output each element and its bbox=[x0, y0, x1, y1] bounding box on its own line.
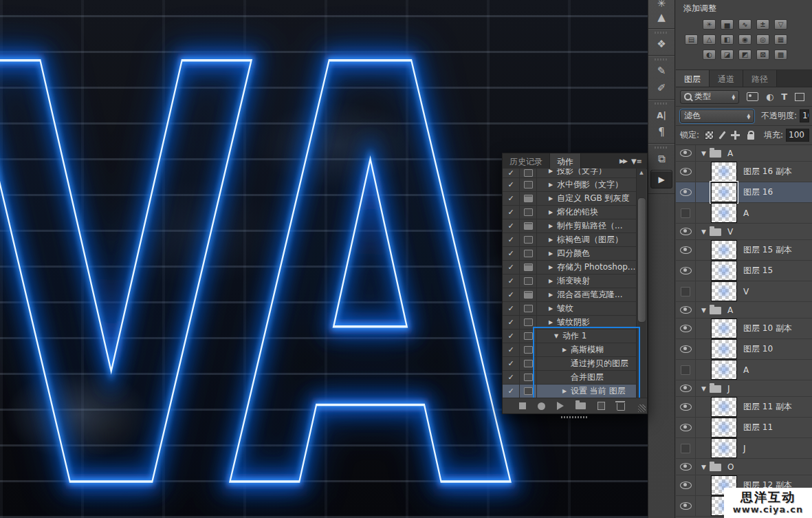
expand-triangle-icon[interactable]: ▶ bbox=[547, 250, 555, 257]
layer-thumbnail[interactable] bbox=[711, 240, 737, 260]
opacity-value[interactable]: 100 bbox=[800, 109, 809, 122]
dialog-toggle[interactable] bbox=[520, 385, 537, 398]
layer-row[interactable]: 图层 15 副本 bbox=[676, 240, 812, 261]
action-check-toggle[interactable]: ✓ bbox=[503, 233, 520, 246]
visibility-toggle[interactable] bbox=[676, 360, 696, 380]
action-item[interactable]: ✓ ▶ 通过拷贝的图层 bbox=[503, 357, 637, 371]
collapse-triangle-icon[interactable]: ▼ bbox=[552, 333, 560, 339]
action-check-toggle[interactable]: ✓ bbox=[503, 192, 520, 205]
action-item[interactable]: ✓ ▶ 皱纹阴影 bbox=[503, 316, 637, 330]
tab-paths[interactable]: 路径 bbox=[743, 70, 777, 87]
visibility-toggle[interactable] bbox=[676, 261, 696, 281]
lock-all-icon[interactable] bbox=[747, 134, 754, 140]
action-check-toggle[interactable]: ✓ bbox=[503, 330, 520, 343]
dialog-toggle[interactable] bbox=[520, 206, 537, 219]
delete-icon[interactable] bbox=[617, 403, 625, 411]
scroll-up-arrow-icon[interactable]: ▲ bbox=[637, 169, 646, 177]
layer-thumbnail[interactable] bbox=[711, 339, 737, 359]
group-expand-icon[interactable]: ▼ bbox=[701, 464, 706, 471]
layer-group-row[interactable]: ▼ O bbox=[676, 459, 812, 475]
layer-thumbnail[interactable] bbox=[711, 319, 737, 338]
curves-icon[interactable]: ∿ bbox=[738, 19, 751, 30]
action-check-toggle[interactable]: ✓ bbox=[503, 316, 520, 329]
posterize-icon[interactable]: ◪ bbox=[721, 50, 734, 60]
layer-thumbnail[interactable] bbox=[711, 203, 737, 223]
group-expand-icon[interactable]: ▼ bbox=[701, 385, 706, 392]
gradient-map-icon[interactable]: ▩ bbox=[774, 50, 787, 60]
action-check-toggle[interactable]: ✓ bbox=[503, 288, 520, 301]
play-icon[interactable] bbox=[557, 402, 564, 410]
visibility-toggle[interactable] bbox=[676, 380, 696, 396]
stop-icon[interactable] bbox=[519, 402, 526, 409]
filter-adjustment-layers-icon[interactable]: ◐ bbox=[766, 91, 773, 102]
layer-row-selected[interactable]: 图层 16 bbox=[676, 182, 812, 203]
layer-row[interactable]: 图层 10 bbox=[676, 339, 812, 360]
color-balance-icon[interactable]: △ bbox=[703, 34, 716, 45]
scrollbar-thumb[interactable] bbox=[637, 197, 646, 323]
collapse-to-icons-button[interactable]: ▶▶ bbox=[619, 158, 626, 164]
layer-thumbnail[interactable] bbox=[711, 360, 737, 380]
lock-position-icon[interactable] bbox=[731, 131, 740, 140]
action-item[interactable]: ✓ ▶ 水中倒影（文字） bbox=[503, 178, 637, 192]
visibility-toggle[interactable] bbox=[676, 496, 696, 516]
action-item[interactable]: ✓ ▶ 棕褐色调（图层） bbox=[503, 233, 637, 247]
layer-row[interactable]: J bbox=[676, 438, 812, 459]
paragraph-panel-icon[interactable]: ¶ bbox=[648, 124, 674, 141]
actions-play-icon[interactable]: ▶ bbox=[650, 170, 672, 188]
histogram-icon[interactable]: ▲ bbox=[648, 9, 674, 26]
action-check-toggle[interactable]: ✓ bbox=[503, 219, 520, 233]
brightness-contrast-icon[interactable]: ☀ bbox=[703, 19, 716, 30]
expand-triangle-icon[interactable]: ▶ bbox=[547, 278, 555, 284]
filter-type-layers-icon[interactable]: T bbox=[781, 91, 787, 102]
clone-source-icon[interactable]: ⧉ bbox=[648, 151, 674, 168]
visibility-toggle[interactable] bbox=[676, 339, 696, 359]
action-check-toggle[interactable]: ✓ bbox=[503, 302, 520, 315]
record-icon[interactable] bbox=[538, 402, 545, 410]
action-item[interactable]: ✓ ▶ 自定义 RGB 到灰度 bbox=[503, 192, 637, 206]
action-item[interactable]: ✓ ▶ 存储为 Photoshop... bbox=[503, 261, 637, 274]
layer-row[interactable]: 图层 11 bbox=[676, 418, 812, 438]
action-check-toggle[interactable]: ✓ bbox=[503, 206, 520, 219]
layer-thumbnail[interactable] bbox=[711, 438, 737, 458]
panel-drag-handle[interactable] bbox=[502, 414, 648, 420]
resize-grip-icon[interactable] bbox=[638, 404, 646, 412]
dialog-toggle[interactable] bbox=[520, 343, 537, 356]
expand-triangle-icon[interactable]: ▶ bbox=[547, 292, 555, 298]
visibility-toggle[interactable] bbox=[676, 281, 696, 301]
layer-group-row[interactable]: ▼ A bbox=[676, 302, 812, 319]
dialog-toggle[interactable] bbox=[520, 316, 537, 329]
visibility-toggle[interactable] bbox=[676, 418, 696, 438]
black-white-icon[interactable]: ◧ bbox=[721, 34, 734, 45]
photo-filter-icon[interactable]: ◉ bbox=[738, 34, 751, 45]
filter-shape-layers-icon[interactable] bbox=[795, 93, 804, 101]
lock-transparent-pixels-icon[interactable] bbox=[705, 131, 714, 140]
action-item[interactable]: ✓ ▶ 渐变映射 bbox=[503, 274, 637, 288]
action-check-toggle[interactable]: ✓ bbox=[503, 261, 520, 274]
dialog-toggle[interactable] bbox=[520, 178, 537, 191]
fill-value[interactable]: 100 bbox=[786, 129, 809, 142]
action-set-header[interactable]: ✓ ▼ 动作 1 bbox=[503, 330, 637, 343]
brush-presets-icon[interactable]: ✎ bbox=[648, 63, 674, 80]
dialog-toggle[interactable] bbox=[520, 288, 537, 301]
tab-channels[interactable]: 通道 bbox=[710, 70, 743, 87]
layer-row[interactable]: 图层 11 副本 bbox=[676, 397, 812, 418]
action-item[interactable]: ✓ ▶ 高斯模糊 bbox=[503, 343, 637, 357]
expand-triangle-icon[interactable]: ▶ bbox=[560, 347, 569, 353]
visibility-toggle[interactable] bbox=[676, 203, 696, 223]
layer-thumbnail[interactable] bbox=[711, 397, 737, 417]
visibility-toggle[interactable] bbox=[676, 302, 696, 318]
visibility-toggle[interactable] bbox=[676, 475, 696, 495]
new-set-icon[interactable] bbox=[575, 402, 586, 409]
layer-thumbnail[interactable] bbox=[711, 281, 737, 301]
layer-row[interactable]: V bbox=[676, 281, 812, 302]
action-check-toggle[interactable]: ✓ bbox=[503, 385, 520, 398]
layer-group-row[interactable]: ▼ A bbox=[676, 145, 812, 162]
group-expand-icon[interactable]: ▼ bbox=[701, 150, 706, 157]
action-item[interactable]: ✓ ▶ 制作剪贴路径（... bbox=[503, 219, 637, 233]
visibility-toggle[interactable] bbox=[676, 162, 696, 182]
character-panel-icon[interactable]: A| bbox=[648, 107, 674, 124]
dialog-toggle[interactable] bbox=[520, 261, 537, 274]
action-check-toggle[interactable]: ✓ bbox=[503, 274, 520, 288]
visibility-toggle[interactable] bbox=[676, 224, 696, 239]
visibility-toggle[interactable] bbox=[676, 459, 696, 475]
